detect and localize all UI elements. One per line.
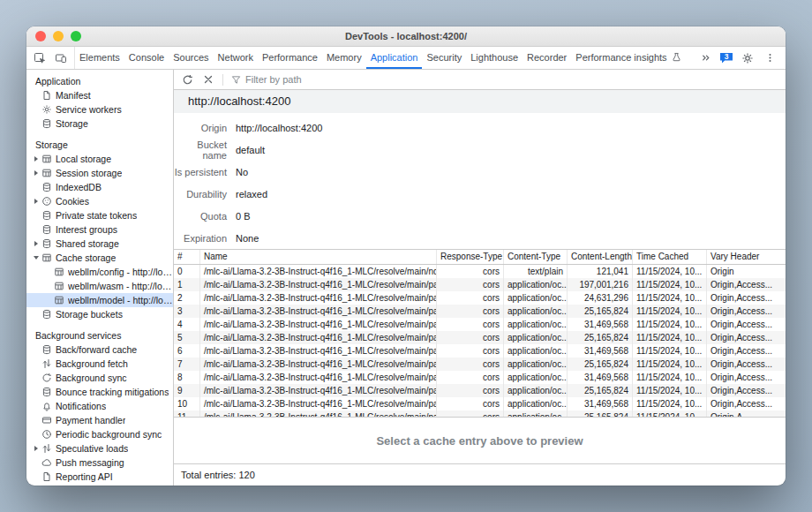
tab-performance-insights[interactable]: Performance insights (571, 47, 687, 69)
cache-entry-row-8[interactable]: 8/mlc-ai/Llama-3.2-3B-Instruct-q4f16_1-M… (174, 371, 786, 384)
table-icon (53, 281, 65, 291)
sidebar-item-notifications[interactable]: Notifications (26, 399, 173, 413)
metadata-row-durability: Durabilityrelaxed (174, 183, 786, 205)
inspect-element-icon[interactable] (29, 49, 50, 67)
metadata-label: Bucket name (174, 139, 227, 161)
device-toolbar-icon[interactable] (50, 49, 71, 67)
window-titlebar[interactable]: DevTools - localhost:4200/ (26, 26, 786, 47)
column-header-response-type[interactable]: Response-Type (437, 250, 504, 264)
column-header-content-type[interactable]: Content-Type (504, 250, 568, 264)
kebab-menu-icon[interactable] (759, 49, 780, 67)
column-header-name[interactable]: Name (200, 250, 437, 264)
cache-entry-row-11[interactable]: 11/mlc-ai/Llama-3.2-3B-Instruct-q4f16_1-… (174, 410, 786, 417)
minimize-window-button[interactable] (53, 31, 64, 41)
metadata-label: Origin (174, 123, 227, 133)
sidebar-item-service-workers[interactable]: Service workers (26, 102, 173, 117)
chevron-down-icon[interactable] (32, 256, 41, 260)
sidebar-item-session-storage[interactable]: Session storage (26, 166, 173, 180)
column-header-time-cached[interactable]: Time Cached (633, 250, 707, 264)
tab-security[interactable]: Security (422, 47, 466, 69)
document-icon (41, 471, 53, 482)
tab-memory[interactable]: Memory (322, 47, 366, 69)
cache-entry-row-9[interactable]: 9/mlc-ai/Llama-3.2-3B-Instruct-q4f16_1-M… (174, 384, 786, 397)
sidebar-item-local-storage[interactable]: Local storage (26, 152, 173, 166)
sidebar-item-shared-storage[interactable]: Shared storage (26, 237, 173, 251)
sidebar-item-reporting-api[interactable]: Reporting API (26, 470, 173, 484)
delete-selected-icon[interactable] (199, 72, 218, 87)
cell-time-cached: 11/15/2024, 10... (633, 358, 707, 371)
devtools-window: DevTools - localhost:4200/ ElementsConso… (26, 26, 786, 486)
column-header-vary-header[interactable]: Vary Header (707, 250, 786, 264)
sidebar-item-label: Session storage (56, 168, 122, 178)
cell-number: 0 (174, 265, 200, 278)
table-icon (41, 168, 53, 178)
tab-performance[interactable]: Performance (258, 47, 322, 69)
cell-name: /mlc-ai/Llama-3.2-3B-Instruct-q4f16_1-ML… (200, 331, 437, 344)
refresh-icon[interactable] (177, 72, 197, 87)
column-header-number[interactable]: # (174, 250, 200, 264)
more-tabs-icon[interactable] (695, 49, 716, 67)
cache-entry-row-6[interactable]: 6/mlc-ai/Llama-3.2-3B-Instruct-q4f16_1-M… (174, 344, 786, 358)
sidebar-item-speculative-loads[interactable]: Speculative loads (26, 441, 173, 456)
tab-elements[interactable]: Elements (75, 47, 124, 69)
cache-entry-row-1[interactable]: 1/mlc-ai/Llama-3.2-3B-Instruct-q4f16_1-M… (174, 278, 786, 291)
sidebar-item-indexeddb[interactable]: IndexedDB (26, 180, 173, 194)
cell-content-length: 25,165,824 (568, 358, 633, 371)
zoom-window-button[interactable] (71, 31, 81, 41)
cache-entry-row-3[interactable]: 3/mlc-ai/Llama-3.2-3B-Instruct-q4f16_1-M… (174, 305, 786, 318)
sidebar-item-back-forward-cache[interactable]: Back/forward cache (26, 343, 173, 357)
settings-gear-icon[interactable] (737, 49, 758, 67)
sidebar-item-manifest[interactable]: Manifest (26, 88, 173, 102)
filter-label: Filter by path (245, 74, 302, 85)
sidebar-item-webllm-config-http-loc[interactable]: webllm/config - http://loc... (26, 265, 173, 279)
sidebar-item-background-sync[interactable]: Background sync (26, 371, 173, 385)
chevron-right-icon[interactable] (32, 199, 41, 204)
tab-recorder[interactable]: Recorder (523, 47, 571, 69)
sidebar-item-label: Shared storage (56, 238, 119, 249)
close-window-button[interactable] (35, 31, 46, 41)
sidebar-item-background-fetch[interactable]: Background fetch (26, 357, 173, 371)
tab-network[interactable]: Network (214, 47, 258, 69)
sidebar-item-cache-storage[interactable]: Cache storage (26, 251, 173, 265)
cache-entry-row-0[interactable]: 0/mlc-ai/Llama-3.2-3B-Instruct-q4f16_1-M… (174, 265, 786, 278)
cache-entry-row-10[interactable]: 10/mlc-ai/Llama-3.2-3B-Instruct-q4f16_1-… (174, 397, 786, 410)
metadata-value: 0 B (236, 211, 251, 222)
tab-console[interactable]: Console (124, 47, 169, 69)
sidebar-item-storage-buckets[interactable]: Storage buckets (26, 307, 173, 321)
chevron-right-icon[interactable] (32, 446, 41, 451)
tab-application[interactable]: Application (366, 47, 423, 69)
sidebar-item-label: Push messaging (56, 457, 124, 468)
tab-sources[interactable]: Sources (169, 47, 213, 69)
sidebar-item-push-messaging[interactable]: Push messaging (26, 456, 173, 470)
filter-by-path-input[interactable]: Filter by path (228, 74, 305, 85)
sidebar-item-private-state-tokens[interactable]: Private state tokens (26, 208, 173, 222)
sidebar-item-cookies[interactable]: Cookies (26, 194, 173, 208)
cell-content-length: 25,165,824 (568, 410, 633, 417)
toolbar-divider (222, 74, 223, 86)
database-icon (41, 182, 53, 192)
feedback-chat-icon[interactable]: 3 (717, 50, 736, 66)
sidebar-item-periodic-background-sync[interactable]: Periodic background sync (26, 427, 173, 441)
chevron-right-icon[interactable] (32, 170, 41, 176)
chevron-right-icon[interactable] (32, 156, 41, 162)
cell-number: 10 (174, 397, 200, 410)
sidebar-item-interest-groups[interactable]: Interest groups (26, 222, 173, 237)
cache-entry-row-2[interactable]: 2/mlc-ai/Llama-3.2-3B-Instruct-q4f16_1-M… (174, 291, 786, 305)
sidebar-item-webllm-model-http-loc[interactable]: webllm/model - http://loc... (26, 293, 173, 307)
cell-content-length: 25,165,824 (568, 331, 633, 344)
cell-response-type: cors (437, 265, 504, 278)
sidebar-item-storage[interactable]: Storage (26, 117, 173, 131)
cache-entry-row-5[interactable]: 5/mlc-ai/Llama-3.2-3B-Instruct-q4f16_1-M… (174, 331, 786, 344)
cell-name: /mlc-ai/Llama-3.2-3B-Instruct-q4f16_1-ML… (200, 344, 437, 358)
metadata-value: No (236, 167, 248, 177)
cache-entry-row-7[interactable]: 7/mlc-ai/Llama-3.2-3B-Instruct-q4f16_1-M… (174, 358, 786, 371)
sidebar-item-payment-handler[interactable]: Payment handler (26, 413, 173, 427)
column-header-content-length[interactable]: Content-Length (568, 250, 633, 264)
database-icon (41, 238, 53, 249)
chevron-right-icon[interactable] (32, 241, 41, 246)
sidebar-item-webllm-wasm-http-loca[interactable]: webllm/wasm - http://loca... (26, 279, 173, 293)
cell-response-type: cors (437, 384, 504, 397)
tab-lighthouse[interactable]: Lighthouse (466, 47, 523, 69)
cache-entry-row-4[interactable]: 4/mlc-ai/Llama-3.2-3B-Instruct-q4f16_1-M… (174, 318, 786, 331)
sidebar-item-bounce-tracking-mitigations[interactable]: Bounce tracking mitigations (26, 385, 173, 399)
